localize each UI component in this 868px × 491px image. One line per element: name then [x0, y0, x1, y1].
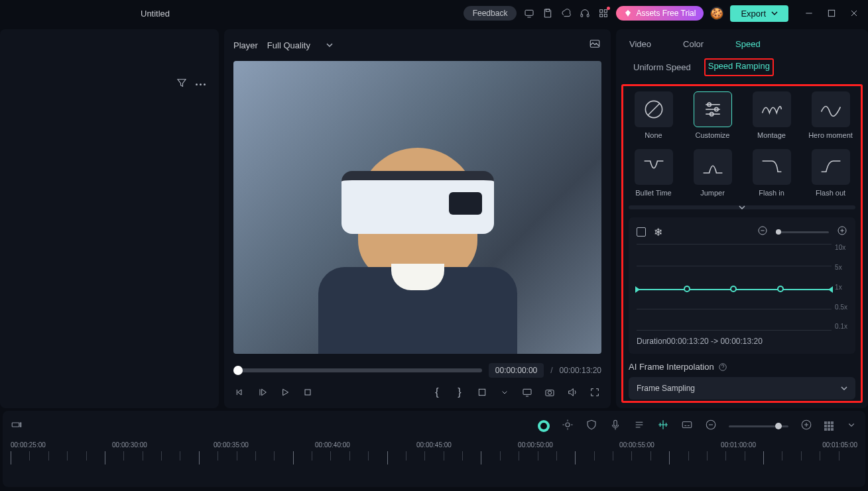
- quality-select[interactable]: Full Quality: [267, 40, 333, 50]
- preset-none[interactable]: None: [629, 91, 678, 140]
- tab-video[interactable]: Video: [624, 36, 656, 52]
- ramp-y-05x: 0.5x: [835, 303, 847, 311]
- mark-in-button[interactable]: {: [430, 386, 444, 399]
- camera-icon[interactable]: [543, 386, 556, 399]
- feedback-button[interactable]: Feedback: [464, 6, 517, 21]
- preset-flash-out[interactable]: Flash out: [806, 149, 855, 197]
- dropdown-icon[interactable]: [845, 419, 857, 433]
- preset-jumper[interactable]: Jumper: [688, 149, 737, 197]
- preset-hero-moment[interactable]: Hero moment: [806, 91, 855, 140]
- video-preview[interactable]: [233, 61, 601, 354]
- caption-icon[interactable]: [681, 419, 693, 433]
- project-title: Untitled: [141, 9, 170, 19]
- duration-readout: Duration00:00:13:20 -> 00:00:13:20: [637, 337, 847, 346]
- keyframe-toggle[interactable]: [637, 227, 646, 237]
- svg-point-42: [566, 423, 570, 427]
- filter-icon[interactable]: [176, 77, 188, 91]
- export-label: Export: [741, 9, 766, 19]
- svg-rect-47: [614, 420, 617, 426]
- preset-montage[interactable]: Montage: [747, 91, 796, 140]
- snapshot-icon[interactable]: [588, 38, 601, 52]
- svg-line-26: [648, 103, 660, 115]
- svg-rect-10: [600, 14, 603, 17]
- preset-flash-in[interactable]: Flash in: [747, 149, 796, 197]
- grid-view-icon[interactable]: [824, 421, 834, 431]
- ramp-start-handle[interactable]: [635, 286, 640, 293]
- zoom-in-ramp-icon[interactable]: [837, 225, 847, 239]
- ramp-keyframe[interactable]: [684, 286, 690, 292]
- marker-icon[interactable]: [657, 419, 669, 433]
- ai-tool-icon[interactable]: [538, 420, 550, 432]
- fullscreen-icon[interactable]: [588, 386, 601, 399]
- assets-trial-button[interactable]: Assets Free Trial: [616, 6, 704, 21]
- zoom-out-ramp-icon[interactable]: [757, 225, 768, 239]
- ruler-label: 00:00:25:00: [11, 441, 46, 449]
- preset-customize[interactable]: Customize: [688, 91, 737, 140]
- window-maximize-icon[interactable]: [826, 7, 837, 19]
- svg-rect-13: [828, 10, 834, 16]
- timeline-zoom-slider[interactable]: [729, 425, 788, 427]
- inspector-panel: Video Color Speed Uniform Speed Speed Ra…: [616, 29, 868, 408]
- save-icon[interactable]: [542, 7, 554, 19]
- prev-frame-button[interactable]: [233, 386, 247, 399]
- timeline-panel: 00:00:25:00 00:00:30:00 00:00:35:00 00:0…: [3, 411, 865, 487]
- volume-icon[interactable]: [566, 386, 579, 399]
- chevron-down-icon: [771, 11, 778, 16]
- window-close-icon[interactable]: [848, 7, 860, 19]
- timeline-tool-icon[interactable]: [11, 419, 23, 433]
- chevron-down-icon[interactable]: [498, 386, 511, 399]
- ruler-label: 00:01:05:00: [822, 441, 857, 449]
- ramp-keyframe[interactable]: [730, 286, 737, 292]
- enhance-icon[interactable]: [562, 419, 574, 433]
- tab-speed[interactable]: Speed: [730, 36, 766, 52]
- ruler-label: 00:00:30:00: [112, 441, 147, 449]
- svg-rect-19: [305, 390, 310, 395]
- ramp-zoom-slider[interactable]: [776, 231, 829, 233]
- shield-icon[interactable]: [586, 419, 597, 433]
- screen-icon[interactable]: [521, 386, 534, 399]
- ruler-label: 00:01:00:00: [721, 441, 756, 449]
- more-icon[interactable]: [196, 77, 206, 91]
- export-button[interactable]: Export: [730, 5, 788, 22]
- ramp-y-5x: 5x: [835, 264, 847, 271]
- subtab-speed-ramping[interactable]: Speed Ramping: [704, 58, 774, 76]
- cloud-icon[interactable]: [560, 7, 572, 19]
- ruler-label: 00:00:50:00: [518, 441, 553, 449]
- chevron-down-icon: [841, 386, 847, 391]
- crop-icon[interactable]: [475, 386, 489, 399]
- subtab-uniform-speed[interactable]: Uniform Speed: [624, 58, 700, 76]
- preset-bullet-time[interactable]: Bullet Time: [629, 149, 678, 197]
- timeline-ruler[interactable]: 00:00:25:00 00:00:30:00 00:00:35:00 00:0…: [11, 441, 857, 468]
- top-bar: Untitled Feedback Assets Free Trial 🍪 Ex…: [0, 0, 868, 27]
- mic-icon[interactable]: [609, 419, 621, 433]
- project-title-section: Untitled: [141, 9, 175, 19]
- svg-rect-40: [12, 423, 19, 427]
- expand-presets-button[interactable]: [629, 205, 855, 209]
- headphones-icon[interactable]: [579, 7, 591, 19]
- zoom-out-icon[interactable]: [705, 419, 717, 433]
- ramp-keyframe[interactable]: [777, 286, 784, 292]
- ruler-label: 00:00:55:00: [619, 441, 654, 449]
- scrub-slider[interactable]: [233, 368, 482, 372]
- ai-interpolation-value: Frame Sampling: [637, 384, 695, 393]
- ramp-y-10x: 10x: [835, 244, 847, 251]
- play-button[interactable]: [279, 386, 292, 399]
- ai-interpolation-select[interactable]: Frame Sampling: [629, 377, 855, 400]
- notes-icon[interactable]: [633, 419, 645, 433]
- mark-out-button[interactable]: }: [453, 386, 466, 399]
- ramp-end-handle[interactable]: [828, 286, 833, 293]
- help-icon[interactable]: [718, 362, 727, 372]
- ramp-graph[interactable]: 10x 5x 1x 0.5x 0.1x: [637, 244, 847, 330]
- stop-button[interactable]: [301, 386, 314, 399]
- freeze-icon[interactable]: ❄: [654, 226, 662, 239]
- display-icon[interactable]: [523, 7, 535, 19]
- zoom-in-icon[interactable]: [800, 419, 812, 433]
- current-time: 00:00:00:00: [489, 363, 544, 378]
- tab-color[interactable]: Color: [678, 36, 709, 52]
- ruler-label: 00:00:40:00: [315, 441, 350, 449]
- window-minimize-icon[interactable]: [803, 7, 815, 19]
- ramp-editor: ❄ 10x 5x 1x 0.5x 0.1x: [629, 217, 855, 354]
- play-step-button[interactable]: [256, 386, 269, 399]
- apps-icon[interactable]: [597, 7, 609, 19]
- token-badge-icon[interactable]: 🍪: [710, 7, 723, 20]
